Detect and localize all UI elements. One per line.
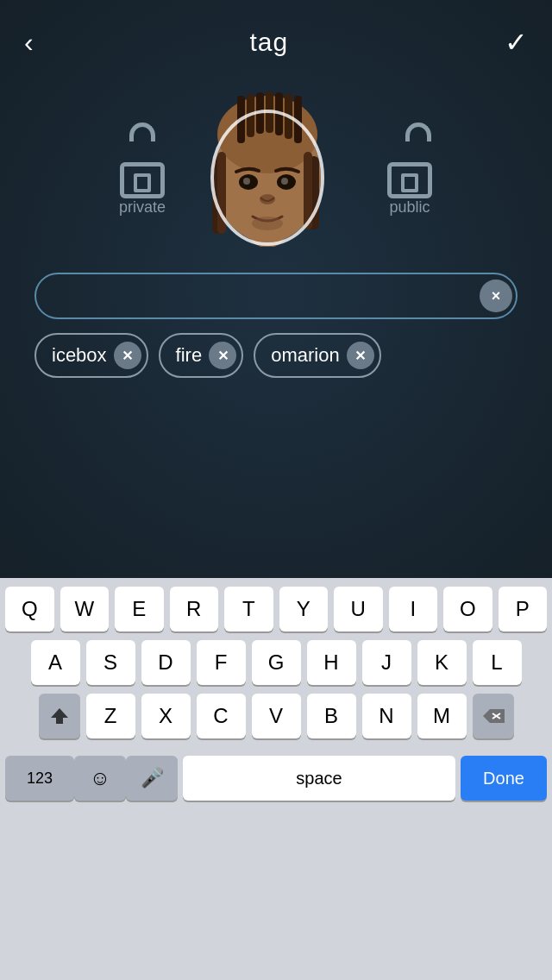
svg-point-16: [243, 178, 250, 185]
key-p[interactable]: P: [499, 587, 548, 631]
public-lock-icon: [380, 122, 440, 192]
key-d[interactable]: D: [141, 640, 191, 685]
key-z[interactable]: Z: [86, 694, 135, 738]
done-key[interactable]: Done: [461, 756, 547, 801]
key-t[interactable]: T: [224, 587, 273, 631]
key-g[interactable]: G: [252, 640, 301, 685]
tag-chip-icebox[interactable]: icebox ✕: [34, 333, 148, 378]
tag-remove-omarion[interactable]: ✕: [347, 342, 374, 369]
key-j[interactable]: J: [362, 640, 411, 685]
photo-privacy-area: private: [0, 83, 552, 255]
back-button[interactable]: ‹: [24, 28, 34, 56]
key-f[interactable]: F: [197, 640, 246, 685]
page-title: tag: [249, 28, 288, 57]
tag-remove-icebox[interactable]: ✕: [114, 342, 141, 369]
emoji-key[interactable]: ☺: [74, 756, 126, 801]
key-w[interactable]: W: [60, 587, 110, 631]
private-lock-icon: [112, 122, 172, 192]
tag-chip-omarion[interactable]: omarion ✕: [254, 333, 380, 378]
key-c[interactable]: C: [197, 694, 246, 738]
keyboard-row-2: A S D F G H J K L: [5, 640, 547, 685]
keyboard-rows: Q W E R T Y U I O P A S D F G H J K L: [0, 578, 552, 738]
key-i[interactable]: I: [389, 587, 438, 631]
person-sticker: [198, 87, 354, 251]
key-r[interactable]: R: [170, 587, 219, 631]
top-section: ‹ tag ✓ private: [0, 0, 552, 578]
keyboard: Q W E R T Y U I O P A S D F G H J K L: [0, 578, 552, 980]
num-key[interactable]: 123: [5, 756, 74, 801]
search-clear-button[interactable]: ×: [480, 280, 512, 312]
shift-key[interactable]: [39, 694, 80, 738]
key-b[interactable]: B: [307, 694, 356, 738]
mic-key[interactable]: 🎤: [126, 756, 178, 801]
private-label: private: [119, 198, 166, 217]
key-q[interactable]: Q: [5, 587, 54, 631]
keyboard-row-1: Q W E R T Y U I O P: [5, 587, 547, 631]
key-o[interactable]: O: [443, 587, 492, 631]
confirm-button[interactable]: ✓: [505, 26, 528, 59]
svg-point-19: [252, 217, 283, 230]
keyboard-bottom-bar: 123 ☺ 🎤 space Done: [0, 747, 552, 809]
sticker-face-svg: [198, 87, 336, 247]
search-area: ×: [0, 273, 552, 319]
key-u[interactable]: U: [334, 587, 383, 631]
key-x[interactable]: X: [141, 694, 191, 738]
public-label: public: [389, 198, 430, 217]
svg-point-17: [281, 178, 288, 185]
key-s[interactable]: S: [86, 640, 135, 685]
key-v[interactable]: V: [252, 694, 301, 738]
private-option[interactable]: private: [112, 122, 172, 217]
keyboard-row-3: Z X C V B N M: [5, 694, 547, 738]
key-y[interactable]: Y: [279, 587, 329, 631]
tag-chip-fire[interactable]: fire ✕: [159, 333, 244, 378]
search-input-wrapper: ×: [34, 273, 518, 319]
key-a[interactable]: A: [31, 640, 80, 685]
tag-label-fire: fire: [176, 344, 203, 367]
key-l[interactable]: L: [473, 640, 522, 685]
public-option[interactable]: public: [380, 122, 440, 217]
key-e[interactable]: E: [115, 587, 164, 631]
tag-label-icebox: icebox: [52, 344, 107, 367]
header: ‹ tag ✓: [0, 0, 552, 74]
key-m[interactable]: M: [417, 694, 467, 738]
space-key[interactable]: space: [183, 756, 455, 801]
search-input[interactable]: [34, 273, 518, 319]
key-k[interactable]: K: [417, 640, 467, 685]
key-h[interactable]: H: [307, 640, 356, 685]
tag-label-omarion: omarion: [271, 344, 339, 367]
backspace-key[interactable]: [473, 694, 514, 738]
tags-container: icebox ✕ fire ✕ omarion ✕: [0, 319, 552, 392]
key-n[interactable]: N: [362, 694, 411, 738]
tag-remove-fire[interactable]: ✕: [209, 342, 236, 369]
